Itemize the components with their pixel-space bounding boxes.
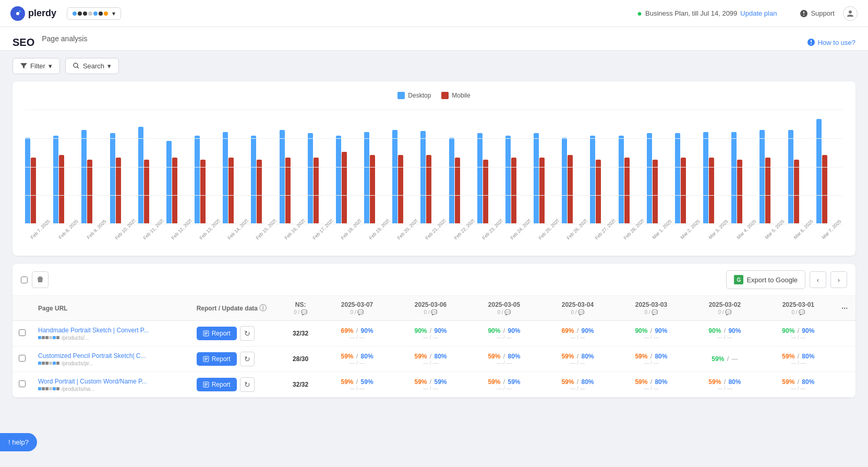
chart-section: Desktop Mobile Feb 7, 2025Feb 8, 2025Feb… [13, 81, 855, 256]
row-checkbox-cell [13, 321, 32, 346]
score-cell: 90% / 90%— / — [688, 321, 762, 346]
filter-button[interactable]: Filter ▾ [13, 58, 60, 74]
toolbar: Filter ▾ Search ▾ [0, 51, 868, 81]
bar-group [449, 138, 476, 223]
bar-group [364, 132, 391, 223]
report-info-icon[interactable]: ⓘ [259, 304, 267, 312]
svg-point-2 [19, 10, 21, 13]
delete-button[interactable] [32, 271, 49, 288]
page-url-link[interactable]: Word Portrait | Custom Word/Name P... [38, 378, 147, 385]
bar-desktop [619, 136, 624, 223]
plan-badge-dropdown[interactable]: ▾ [67, 7, 121, 20]
user-icon[interactable] [843, 6, 858, 21]
update-plan-link[interactable]: Update plan [740, 9, 777, 17]
page-header: SEO Page analysis How to use? [0, 27, 868, 51]
bar-mobile [737, 160, 742, 223]
score-cell: 59% / 80%— / — [541, 346, 614, 372]
th-report: Report / Update data ⓘ [190, 296, 281, 321]
refresh-button[interactable]: ↻ [240, 326, 255, 341]
refresh-button[interactable]: ↻ [240, 377, 255, 392]
bar-mobile [794, 160, 799, 223]
score-cell: 59% / — [688, 346, 762, 372]
export-google-button[interactable]: G Export to Google [726, 270, 805, 289]
score-cell: 59% / 80%— / — [394, 346, 467, 372]
url-cell: Handmade Portrait Sketch | Convert P... … [32, 321, 190, 346]
bar-desktop [675, 133, 680, 223]
bar-desktop [731, 132, 737, 223]
bar-group [110, 133, 137, 223]
score-cell: 59% / 59%— / — [394, 372, 467, 398]
seo-label: SEO [13, 37, 34, 49]
bar-mobile [172, 158, 177, 223]
score-cell: 69% / 90%— / — [320, 321, 394, 346]
url-thumb [38, 336, 59, 339]
th-d1: 2025-03-07 0 / 💬 [320, 296, 394, 321]
search-button[interactable]: Search ▾ [65, 58, 119, 74]
bar-mobile [539, 158, 545, 223]
more-cell [835, 321, 855, 346]
plan-dots [73, 11, 108, 16]
prev-page-button[interactable]: ‹ [810, 271, 826, 288]
bar-mobile [568, 155, 573, 223]
th-checkbox [13, 296, 32, 321]
how-to-use-link[interactable]: How to use? [807, 38, 855, 46]
th-d6: 2025-03-02 0 / 💬 [688, 296, 762, 321]
bar-group [731, 132, 758, 223]
bar-desktop [534, 133, 539, 223]
bar-group [251, 136, 278, 223]
bar-mobile [228, 158, 234, 223]
bar-group [675, 133, 702, 223]
report-button[interactable]: Report [197, 378, 237, 391]
bar-desktop [166, 141, 172, 223]
row-checkbox[interactable] [19, 329, 26, 336]
plan-bullet: ● [637, 9, 642, 18]
tab-page-analysis[interactable]: Page analysis [42, 34, 87, 50]
page-url-link[interactable]: Customized Pencil Portrait Sketch| C... [38, 352, 146, 360]
ns-cell: 28/30 [281, 346, 320, 372]
legend-mobile-label: Mobile [452, 92, 470, 99]
plan-badge-arrow: ▾ [112, 10, 115, 17]
refresh-button[interactable]: ↻ [240, 352, 255, 366]
report-button[interactable]: Report [197, 327, 237, 340]
row-checkbox[interactable] [19, 355, 26, 362]
search-arrow: ▾ [107, 62, 111, 70]
url-sub: /products/na... [38, 386, 184, 392]
support-button[interactable]: Support [800, 9, 835, 18]
score-cell: 59% / 80%— / — [762, 372, 835, 398]
legend-desktop: Desktop [397, 92, 431, 99]
bar-desktop [420, 131, 426, 223]
url-path: /products/... [62, 335, 89, 341]
bar-mobile [822, 155, 827, 223]
row-checkbox[interactable] [19, 380, 26, 387]
next-page-button[interactable]: › [830, 271, 847, 288]
bar-group [308, 133, 334, 223]
report-cell: Report ↻ [190, 321, 281, 346]
select-all-checkbox[interactable] [21, 277, 28, 283]
bar-group [647, 133, 673, 223]
th-d5: 2025-03-03 0 / 💬 [614, 296, 688, 321]
bar-mobile [285, 158, 291, 223]
bar-desktop [449, 138, 454, 223]
bar-desktop [280, 130, 285, 223]
bar-desktop [25, 138, 30, 223]
table-row: Customized Pencil Portrait Sketch| C... … [13, 346, 855, 372]
bar-group [590, 136, 617, 223]
bar-group [562, 138, 588, 223]
logo-text: plerdy [28, 8, 56, 19]
bar-desktop [336, 136, 341, 223]
logo-icon [10, 6, 25, 21]
bar-mobile [314, 158, 319, 223]
page-url-link[interactable]: Handmade Portrait Sketch | Convert P... [38, 327, 149, 334]
th-d7: 2025-03-01 0 / 💬 [762, 296, 835, 321]
bar-group [505, 136, 532, 223]
report-cell: Report ↻ [190, 372, 281, 398]
url-cell: Word Portrait | Custom Word/Name P... /p… [32, 372, 190, 398]
google-sheets-icon: G [734, 275, 743, 284]
ns-cell: 32/32 [281, 321, 320, 346]
score-cell: 59% / 59%— / — [320, 372, 394, 398]
logo[interactable]: plerdy [10, 6, 56, 21]
bar-mobile [257, 160, 262, 223]
bar-desktop [308, 133, 313, 223]
report-button[interactable]: Report [197, 352, 237, 366]
bar-mobile [709, 158, 714, 223]
